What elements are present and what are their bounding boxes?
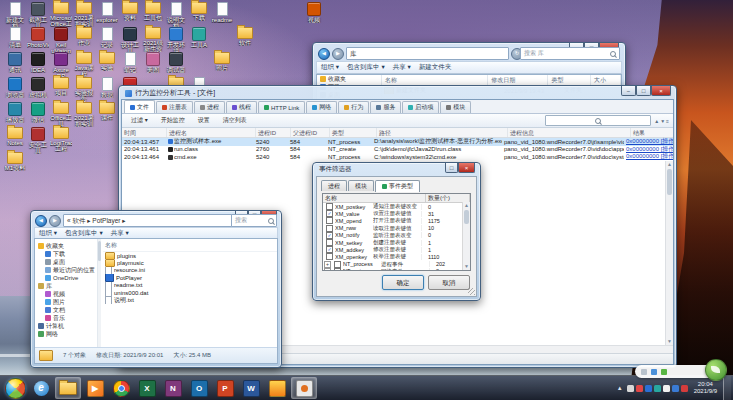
widget-icon-3[interactable] bbox=[661, 369, 667, 375]
search-input[interactable]: 搜索 bbox=[231, 214, 277, 227]
filter-row[interactable]: ✓XM_addkey修改注册表键1 bbox=[323, 246, 470, 253]
sidebar-item[interactable]: 收藏夹 bbox=[317, 75, 381, 83]
desktop-icon[interactable]: readme bbox=[211, 2, 233, 23]
tray-expand-icon[interactable]: ▲ bbox=[615, 385, 625, 391]
desktop-icon[interactable]: 虚拟机 bbox=[27, 77, 49, 98]
forward-button[interactable]: ▶ bbox=[332, 48, 344, 60]
sidebar-item[interactable]: OneDrive bbox=[35, 274, 97, 282]
desktop-icon[interactable]: 课件 bbox=[96, 102, 118, 121]
event-row[interactable]: 20:04:13.457监控测试样本.exe5240584NT_processD… bbox=[122, 138, 673, 146]
checkbox[interactable] bbox=[326, 217, 333, 224]
desktop-icon[interactable]: 笔记 bbox=[119, 52, 141, 73]
column-name[interactable]: 名称 bbox=[323, 194, 426, 202]
sidebar-item[interactable]: 网络 bbox=[35, 330, 97, 338]
taskbar-powerpoint[interactable]: P bbox=[213, 378, 237, 398]
taskbar-potplayer[interactable]: ▶ bbox=[83, 378, 107, 398]
taskbar-clock[interactable]: 20:04 2021/9/9 bbox=[690, 381, 721, 395]
toolbar-item[interactable]: 共享 ▾ bbox=[393, 63, 411, 72]
desktop-icon[interactable]: explorer bbox=[96, 2, 118, 23]
scroll-up-icon[interactable]: ▲ bbox=[666, 161, 673, 168]
desktop-icon[interactable]: LogiTrace工程 bbox=[50, 127, 72, 152]
checkbox[interactable] bbox=[326, 203, 333, 210]
taskbar-pinned-app[interactable] bbox=[291, 377, 317, 399]
toolbar-item[interactable]: 包含到库中 ▾ bbox=[347, 63, 385, 72]
search-input[interactable]: 搜索 库 bbox=[520, 47, 620, 60]
desktop-icon[interactable]: 调试器 bbox=[165, 52, 187, 73]
toolbar-item[interactable]: 组织 ▾ bbox=[321, 63, 339, 72]
desktop-icon[interactable]: 清单 bbox=[4, 27, 26, 48]
sidebar-item[interactable]: 音乐 bbox=[35, 314, 97, 322]
desktop-icon[interactable]: 工具包 bbox=[142, 2, 164, 21]
desktop-icon[interactable]: 设计工具 bbox=[119, 27, 141, 54]
desktop-icon[interactable]: 下载 bbox=[188, 2, 210, 21]
filter-row[interactable]: XM_postkey通知注册表键改变0 bbox=[323, 203, 470, 210]
filter-row[interactable]: +NT_netmon网络事件2 bbox=[323, 268, 470, 271]
desktop-icon[interactable]: 实验报告 bbox=[73, 77, 95, 102]
desktop-icon[interactable]: 通讯 bbox=[4, 52, 26, 73]
checkbox[interactable] bbox=[326, 253, 333, 260]
main-tab[interactable]: HTTP Link bbox=[258, 101, 305, 113]
desktop-icon[interactable]: 播放器 bbox=[4, 102, 26, 123]
desktop-icon[interactable]: Notes bbox=[4, 127, 26, 146]
checkbox[interactable]: ✓ bbox=[326, 246, 333, 253]
forward-button[interactable]: ▶ bbox=[49, 215, 61, 227]
dialog-tab[interactable]: 模块 bbox=[348, 180, 374, 191]
back-button[interactable]: ◀ bbox=[318, 48, 330, 60]
checkbox[interactable] bbox=[334, 261, 341, 268]
desktop-icon[interactable]: M1资料 bbox=[4, 152, 26, 171]
filter-row[interactable]: XM_openkey枚举注册表键1110 bbox=[323, 253, 470, 260]
back-button[interactable]: ◀ bbox=[35, 215, 47, 227]
desktop-icon[interactable]: Java课程 bbox=[73, 52, 95, 77]
desktop-icon[interactable]: 美图 bbox=[142, 52, 164, 73]
sidebar-item[interactable]: 收藏夹 bbox=[35, 242, 97, 250]
filter-dialog[interactable]: 事件筛选器 □ × 进程模块事件类型 名称 数量(个) XM_postkey通知… bbox=[312, 162, 481, 301]
toolbar-item[interactable]: 包含到库中 ▾ bbox=[65, 229, 103, 238]
dialog-tab[interactable]: 进程 bbox=[321, 180, 347, 191]
widget-leaf-icon[interactable] bbox=[705, 359, 727, 381]
desktop-icon[interactable]: 软件 bbox=[234, 27, 256, 46]
scroll-down-icon[interactable]: ▼ bbox=[666, 338, 673, 345]
maximize-button[interactable]: □ bbox=[636, 86, 651, 96]
toolbar-item[interactable]: 共享 ▾ bbox=[111, 229, 129, 238]
desktop-icon[interactable]: 资料 bbox=[119, 2, 141, 21]
toolbar-item[interactable]: 组织 ▾ bbox=[39, 229, 57, 238]
taskbar-excel[interactable]: X bbox=[135, 378, 159, 398]
main-tab[interactable]: 网络 bbox=[306, 101, 337, 113]
tray-icon-5[interactable] bbox=[663, 385, 670, 392]
tray-icon-1[interactable] bbox=[627, 385, 634, 392]
show-desktop-button[interactable] bbox=[723, 376, 731, 400]
sidebar-item[interactable]: 文档 bbox=[35, 306, 97, 314]
taskbar-onenote[interactable]: N bbox=[161, 378, 185, 398]
list-header[interactable]: 名称 bbox=[103, 239, 277, 252]
maximize-button[interactable]: □ bbox=[445, 163, 458, 173]
column-header[interactable]: 路径 bbox=[377, 128, 508, 137]
tray-icon-2[interactable] bbox=[636, 385, 643, 392]
taskbar-chrome[interactable] bbox=[109, 378, 133, 398]
scrollbar-thumb[interactable] bbox=[98, 241, 101, 261]
desktop-icon[interactable]: 2021级新生资料 bbox=[142, 27, 164, 52]
taskbar-outlook[interactable]: O bbox=[187, 378, 211, 398]
vertical-scrollbar[interactable]: ▲ ▼ bbox=[665, 161, 673, 346]
column-header[interactable]: 进程名 bbox=[167, 128, 256, 137]
toolbar-button[interactable]: 过滤 ▾ bbox=[126, 114, 153, 127]
checkbox[interactable] bbox=[326, 239, 333, 246]
desktop-icon[interactable]: 安全工具 bbox=[27, 127, 49, 154]
sidebar-item[interactable]: 视频 bbox=[35, 290, 97, 298]
event-search-input[interactable] bbox=[545, 115, 651, 126]
event-row[interactable]: 20:04:13.464cmd.exe5240584NT_processC:\w… bbox=[122, 153, 673, 161]
taskbar-explorer[interactable] bbox=[55, 377, 81, 399]
desktop-icon[interactable]: 微信 bbox=[27, 102, 49, 123]
widget-icon-1[interactable] bbox=[641, 369, 647, 375]
column-header[interactable]: 父进程ID bbox=[291, 128, 330, 137]
checkbox[interactable] bbox=[326, 225, 333, 232]
start-button[interactable] bbox=[3, 378, 27, 398]
taskbar-word[interactable]: W bbox=[239, 378, 263, 398]
scrollbar-thumb[interactable] bbox=[464, 210, 469, 224]
main-tab[interactable]: 线程 bbox=[226, 101, 257, 113]
main-tab[interactable]: 启动项 bbox=[402, 101, 439, 113]
desktop-icon[interactable]: PhotoView bbox=[27, 27, 49, 48]
column-header[interactable]: 进程信息 bbox=[508, 128, 631, 137]
tray-icon-4[interactable] bbox=[654, 385, 661, 392]
breadcrumb[interactable]: 库 bbox=[346, 47, 509, 60]
widget-icon-2[interactable] bbox=[651, 369, 657, 375]
